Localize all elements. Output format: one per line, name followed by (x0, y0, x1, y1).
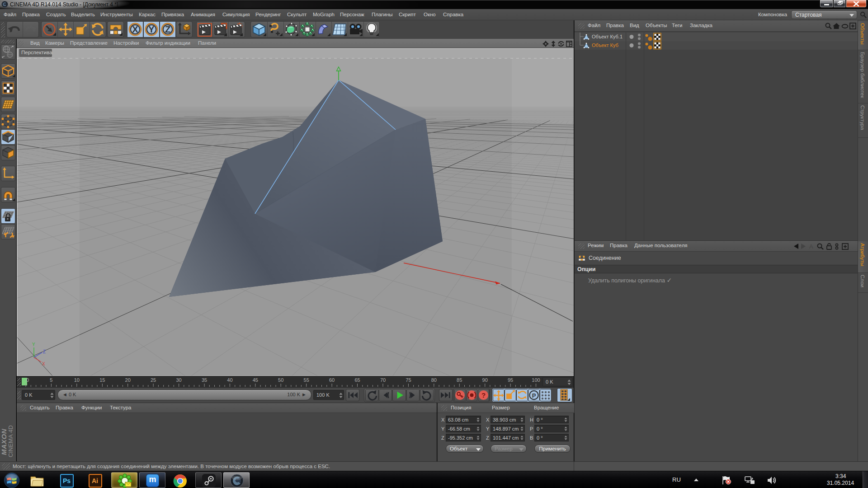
svg-text:P: P (532, 392, 536, 399)
svg-text:10: 10 (74, 377, 80, 383)
svg-text:50: 50 (278, 377, 283, 383)
svg-text:0: 0 (26, 377, 29, 383)
svg-text:40: 40 (227, 377, 232, 383)
svg-text:75: 75 (406, 377, 411, 383)
svg-text:X: X (132, 24, 138, 34)
svg-text:55: 55 (304, 377, 309, 383)
svg-text:25: 25 (151, 377, 156, 383)
svg-text:60: 60 (329, 377, 335, 383)
svg-text:20: 20 (125, 377, 131, 383)
svg-text:15: 15 (99, 377, 105, 383)
svg-text:?: ? (481, 391, 486, 399)
svg-text:90: 90 (482, 377, 488, 383)
svg-text:5: 5 (50, 377, 52, 383)
svg-text:85: 85 (457, 377, 462, 383)
svg-text:45: 45 (253, 377, 258, 383)
svg-text:35: 35 (202, 377, 207, 383)
svg-text:70: 70 (380, 377, 386, 383)
svg-text:100: 100 (532, 377, 540, 383)
svg-text:Y: Y (148, 24, 155, 34)
svg-text:Z: Z (165, 24, 170, 34)
svg-text:A: A (809, 243, 813, 250)
svg-text:65: 65 (354, 377, 360, 383)
svg-text:30: 30 (176, 377, 181, 383)
svg-text:80: 80 (431, 377, 437, 383)
svg-text:95: 95 (508, 377, 513, 383)
